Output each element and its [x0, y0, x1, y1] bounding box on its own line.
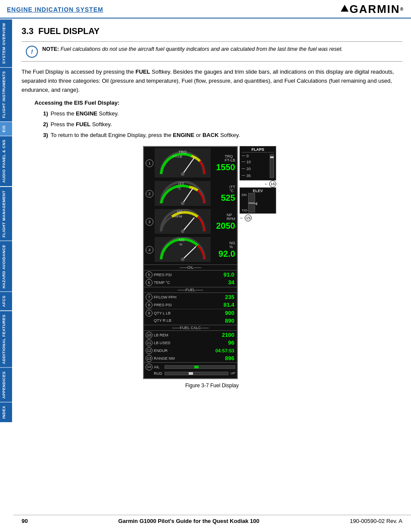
np-gauge-svg: NP RPM [155, 209, 211, 234]
qty-l-label: QTY L LB [154, 311, 224, 315]
svg-text:FT-LB: FT-LB [173, 155, 182, 159]
np-gauge-display: NP RPM [155, 209, 215, 235]
rud-label: RUD [154, 371, 163, 376]
flaps-tick-35 [242, 175, 245, 176]
callout-8: 8 [146, 302, 153, 308]
lb-used-row: 11 LB USED 96 [144, 339, 237, 347]
endur-value: 04:57:53 [215, 348, 234, 353]
callout-15-area: ← 15 [240, 215, 276, 221]
step-1: 1)Press the ENGINE Softkey. [43, 109, 402, 118]
flaps-item-0: 0 [242, 153, 269, 159]
note-label: NOTE: [42, 46, 59, 52]
svg-point-2 [181, 172, 184, 176]
section-heading: 3.3 FUEL DISPLAY [22, 26, 402, 36]
ng-gauge-svg: NG % [155, 237, 211, 262]
ail-trim-indicator [194, 366, 199, 368]
trq-label: TRQFT-LB [224, 155, 235, 162]
ail-trim-row: 14 AIL [146, 364, 235, 370]
garmin-reg-symbol: ® [400, 7, 404, 12]
trq-gauge-display: TRQ FT-LB [155, 148, 215, 179]
elev-to: T/O [242, 208, 247, 212]
note-text: NOTE: Fuel calculations do not use the a… [42, 45, 343, 53]
range-row: 13 RANGE NM 896 [144, 355, 237, 362]
flaps-item-35: 35 [242, 172, 269, 179]
lb-rem-value: 2100 [222, 332, 234, 338]
note-body: Fuel calculations do not use the aircraf… [60, 46, 342, 52]
callout-13: 13 [146, 355, 153, 362]
callout-7: 7 [146, 294, 153, 301]
lb-rem-label: LB REM [154, 333, 221, 337]
trq-value: 1550 [216, 162, 236, 172]
figure-outer: 1 [130, 146, 294, 389]
note-box: ! NOTE: Fuel calculations do not use the… [22, 41, 402, 62]
ail-row: 14 AIL RUD UP [144, 362, 237, 376]
instrument-area: 1 [143, 146, 307, 379]
section-number: 3.3 [22, 26, 34, 36]
sidebar-tab-additional-features[interactable]: ADDITIONAL FEATURES [0, 311, 12, 367]
range-value: 896 [225, 355, 234, 361]
ng-gauge-display: NG % [155, 237, 217, 263]
flaps-scale: 0 10 20 [242, 153, 269, 179]
sidebar-tab-eis[interactable]: EIS [0, 121, 12, 136]
callout-4: 4 [146, 246, 153, 254]
np-value: 2050 [216, 221, 236, 230]
elev-content: DN T/O [242, 193, 274, 212]
fuel-calc-label: ——FUEL CALC—— [144, 325, 237, 331]
svg-text:NG: NG [179, 238, 185, 242]
flaps-indicator-marker [270, 156, 274, 158]
section-title: FUEL DISPLAY [38, 26, 100, 36]
sidebar-tab-flight-instruments[interactable]: FLIGHT INSTRUMENTS [0, 67, 12, 121]
oil-pres-value: 91.0 [224, 271, 234, 278]
sidebar-tab-afcs[interactable]: AFCS [0, 292, 12, 311]
itt-gauge-svg: ITT °C [155, 181, 211, 206]
itt-gauge-row: 2 ITT °C [144, 180, 237, 208]
note-icon: ! [26, 46, 38, 58]
elev-labels: DN T/O [242, 193, 247, 212]
fuel-pres-row: 8 PRES PSI 81.4 [144, 301, 237, 309]
elev-title: ELEV [242, 189, 274, 193]
steps-list: 1)Press the ENGINE Softkey. 2)Press the … [43, 109, 402, 140]
sidebar-tab-audio-panel[interactable]: AUDIO PANEL & CNS [0, 136, 12, 186]
itt-value: 525 [221, 193, 235, 202]
rud-trim-row: RUD UP [146, 371, 235, 376]
np-readout: NPRPM 2050 [216, 213, 236, 230]
callout-6: 6 [146, 279, 153, 286]
step-2: 2)Press the FUEL Softkey. [43, 120, 402, 129]
qty-r-value: 890 [225, 317, 234, 324]
qty-l-row: 9 QTY L LB 900 [144, 309, 237, 317]
sidebar-tab-system-overview[interactable]: SYSTEM OVERVIEW [0, 19, 12, 67]
callout-16-area: ← 16 [240, 180, 276, 187]
ng-value: 92.0 [218, 249, 235, 258]
svg-text:NP: NP [177, 210, 183, 214]
step-3: 3)To return to the default Engine Displa… [43, 131, 402, 140]
sidebar-tab-flight-management[interactable]: FLIGHT MANAGEMENT [0, 187, 12, 241]
eis-panel: 1 [143, 146, 238, 379]
oil-section-label: ——OIL—— [144, 264, 237, 271]
flaps-val-0: 0 [246, 154, 249, 158]
flaps-tick-0 [242, 156, 245, 156]
elev-marker [249, 202, 255, 204]
sidebar: SYSTEM OVERVIEW FLIGHT INSTRUMENTS EIS A… [0, 19, 12, 422]
lb-used-value: 96 [228, 339, 234, 346]
oil-pres-row: 5 PRES PSI 91.0 [144, 271, 237, 279]
itt-readout: ITT°C 525 [221, 185, 235, 202]
callout-10: 10 [146, 332, 153, 339]
footer-document-title: Garmin G1000 Pilot's Guide for the Quest… [118, 518, 259, 524]
range-label: RANGE NM [154, 356, 224, 361]
elev-indicator-arrow [255, 202, 257, 205]
sidebar-tab-appendices[interactable]: APPENDICES [0, 367, 12, 402]
endur-label: ENDUR [154, 348, 214, 353]
np-label: NPRPM [227, 213, 235, 221]
svg-text:°C: °C [177, 187, 181, 190]
sidebar-tab-hazard-avoidance[interactable]: HAZARD AVOIDANCE [0, 241, 12, 292]
elev-panel: ELEV DN T/O [240, 187, 276, 214]
svg-text:%: % [179, 243, 182, 246]
trq-gauge-svg: TRQ FT-LB [155, 148, 211, 177]
ail-trim-bar [165, 365, 235, 369]
page-footer: 90 Garmin G1000 Pilot's Guide for the Qu… [13, 515, 411, 524]
fuel-pres-label: PRES PSI [154, 303, 222, 307]
fflow-value: 235 [225, 294, 234, 300]
svg-text:ITT: ITT [178, 182, 184, 186]
lb-used-label: LB USED [154, 341, 227, 345]
sidebar-tab-index[interactable]: INDEX [0, 402, 12, 422]
